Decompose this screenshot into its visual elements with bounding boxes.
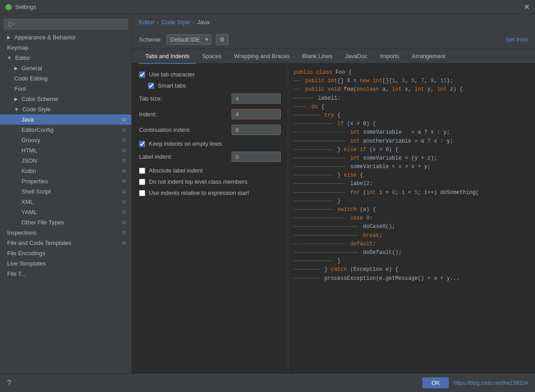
use-indents-relative-checkbox[interactable]: [139, 190, 145, 196]
sidebar-item-groovy[interactable]: Groovy⧉: [0, 135, 131, 145]
sidebar-item-font[interactable]: Font: [0, 84, 131, 94]
code-line: ———————————— switch (a) {: [288, 206, 535, 214]
scheme-bar: Scheme: Default IDE ⚙ Set from: [132, 30, 535, 49]
sidebar-item-label: Other File Types: [21, 219, 64, 226]
sidebar-item-label: File Encodings: [7, 250, 45, 257]
sidebar-item-label: YAML: [21, 209, 37, 215]
copy-icon: ⧉: [122, 189, 126, 194]
copy-icon: ⧉: [122, 137, 126, 143]
code-line: —— public int[] X = new int[]{1, 3, 5, 7…: [288, 77, 535, 85]
tab-wrapping-braces[interactable]: Wrapping and Braces: [227, 49, 296, 64]
sidebar-item-file-t[interactable]: File T...: [0, 269, 131, 279]
copy-icon: ⧉: [122, 230, 126, 236]
sidebar-item-label: Kotlin: [21, 168, 36, 174]
sidebar-item-label: Code Style: [22, 106, 51, 113]
bottom-bar: ? OK https://blog.csdn.net/lhe159324: [0, 373, 535, 392]
sidebar-item-live-templates[interactable]: Live Templates: [0, 258, 131, 269]
help-button[interactable]: ?: [7, 379, 11, 387]
sidebar-item-file-encodings[interactable]: File Encodings: [0, 248, 131, 258]
sidebar-item-label: File T...: [7, 270, 26, 277]
scheme-label: Scheme:: [139, 36, 162, 43]
scheme-select-wrap: Default IDE: [166, 34, 211, 45]
use-tab-character-checkbox[interactable]: [139, 72, 145, 78]
main-panel: Editor › Code Style › Java Scheme: Defau…: [132, 14, 535, 373]
scheme-gear-button[interactable]: ⚙: [216, 34, 228, 45]
close-button[interactable]: ✕: [524, 3, 530, 11]
sidebar-item-code-editing[interactable]: Code Editing: [0, 73, 131, 84]
sidebar-item-label: Color Scheme: [21, 96, 58, 102]
sidebar-item-editor[interactable]: ▼Editor: [0, 53, 131, 63]
code-line: ———————————————— someVariable = x = x + …: [288, 163, 535, 171]
smart-tabs-checkbox[interactable]: [148, 83, 154, 89]
breadcrumb-editor[interactable]: Editor: [139, 19, 154, 25]
code-line: ———————————— } else if (x < 0) {: [288, 146, 535, 154]
sidebar-item-keymap[interactable]: Keymap: [0, 42, 131, 53]
keep-indents-checkbox[interactable]: [139, 141, 145, 147]
absolute-label-indent-label: Absolute label indent: [149, 167, 203, 174]
tab-spaces[interactable]: Spaces: [196, 49, 227, 64]
sidebar-item-label: Groovy: [21, 137, 40, 143]
copy-icon: ⧉: [122, 240, 126, 246]
label-indent-label: Label indent:: [139, 153, 227, 160]
tab-size-input[interactable]: [232, 93, 281, 104]
code-line: ———————— processException(e.getMessage()…: [288, 274, 535, 283]
tabs-bar: Tabs and Indents Spaces Wrapping and Bra…: [132, 49, 535, 64]
sidebar-item-code-style[interactable]: ▼Code Style: [0, 104, 131, 114]
sidebar-item-properties[interactable]: Properties⧉: [0, 176, 131, 186]
code-line: public class Foo {: [288, 68, 535, 77]
sidebar-item-json[interactable]: JSON⧉: [0, 156, 131, 166]
sidebar-item-other-file-types[interactable]: Other File Types⧉: [0, 217, 131, 228]
continuation-indent-row: Continuation indent:: [139, 125, 281, 135]
panel-body: Use tab character Smart tabs Tab size: I…: [132, 64, 535, 373]
bottom-link: https://blog.csdn.net/lhe159324: [453, 380, 528, 386]
breadcrumb-code-style[interactable]: Code Style: [161, 19, 190, 25]
keep-indents-empty-row: Keep indents on empty lines: [139, 140, 281, 147]
sidebar-item-java[interactable]: Java⧉: [0, 114, 131, 125]
sidebar-item-label: General: [21, 65, 42, 72]
tab-javadoc[interactable]: JavaDoc: [338, 49, 374, 64]
no-indent-top-level-checkbox[interactable]: [139, 179, 145, 185]
sidebar-item-shell-script[interactable]: Shell Script⧉: [0, 186, 131, 197]
code-line: ———————————— if (x > 0) {: [288, 120, 535, 128]
use-indents-relative-label: Use indents relative to expression start: [149, 190, 249, 196]
set-from-link[interactable]: Set from: [506, 36, 528, 43]
tab-tabs-indents[interactable]: Tabs and Indents: [139, 49, 196, 64]
settings-window: Settings ✕ ▶Appearance & BehaviorKeymap▼…: [0, 0, 535, 392]
sidebar-item-label: XML: [21, 198, 34, 205]
smart-tabs-label: Smart tabs: [158, 82, 186, 89]
sidebar-item-html[interactable]: HTML⧉: [0, 145, 131, 156]
tab-imports[interactable]: Imports: [374, 49, 405, 64]
sidebar-item-color-scheme[interactable]: ▶Color Scheme: [0, 94, 131, 104]
copy-icon: ⧉: [122, 117, 126, 122]
keep-indents-label: Keep indents on empty lines: [149, 140, 222, 147]
sidebar-item-inspections[interactable]: Inspections⧉: [0, 228, 131, 238]
absolute-label-indent-checkbox[interactable]: [139, 168, 145, 174]
sidebar-item-xml[interactable]: XML⧉: [0, 197, 131, 207]
label-indent-input[interactable]: [232, 152, 281, 162]
copy-icon: ⧉: [122, 158, 126, 164]
indent-row: Indent:: [139, 109, 281, 119]
use-indents-relative-row: Use indents relative to expression start: [139, 190, 281, 196]
indent-input[interactable]: [232, 109, 281, 119]
continuation-indent-input[interactable]: [232, 125, 281, 135]
tab-size-label: Tab size:: [139, 95, 227, 102]
sidebar-item-file-code-templates[interactable]: File and Code Templates⧉: [0, 238, 131, 248]
sidebar-item-label: JSON: [21, 157, 37, 164]
sidebar-item-general[interactable]: ▶General: [0, 63, 131, 73]
sidebar-item-editorconfig[interactable]: EditorConfig⧉: [0, 125, 131, 135]
tab-blank-lines[interactable]: Blank Lines: [296, 49, 338, 64]
window-title: Settings: [15, 4, 36, 10]
title-bar: Settings ✕: [0, 0, 535, 14]
tab-size-row: Tab size:: [139, 93, 281, 104]
sidebar-search-input[interactable]: [4, 19, 128, 30]
scheme-select[interactable]: Default IDE: [166, 34, 211, 45]
sidebar-item-label: Code Editing: [14, 75, 47, 82]
ok-button[interactable]: OK: [422, 377, 449, 388]
sidebar-item-yaml[interactable]: YAML⧉: [0, 207, 131, 217]
tab-arrangement[interactable]: Arrangement: [405, 49, 451, 64]
sidebar-item-appearance[interactable]: ▶Appearance & Behavior: [0, 32, 131, 42]
sidebar-item-label: Shell Script: [21, 188, 51, 195]
sidebar-item-label: Editor: [15, 55, 30, 61]
sidebar-item-kotlin[interactable]: Kotlin⧉: [0, 166, 131, 176]
code-line: ———————————————— int anotherVariable = a…: [288, 137, 535, 146]
